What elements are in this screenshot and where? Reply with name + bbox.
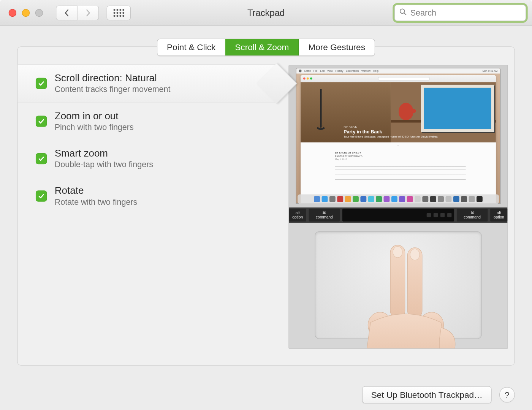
help-icon: ? [505,390,510,400]
preview-safari-window: DESIGN Party in the Back Tour the Ettore… [301,75,496,203]
tab-point-and-click[interactable]: Point & Click [157,39,225,55]
help-button[interactable]: ? [499,387,515,403]
umbrella-icon [314,89,328,136]
forward-button[interactable] [78,5,99,20]
dock-app-icon [438,196,444,202]
dock-app-icon [345,196,351,202]
option-text: Rotate Rotate with two fingers [55,185,138,207]
nav-buttons [56,5,99,20]
preview-keyboard: alt option ⌘ command ⌘ [289,207,508,223]
dock-app-icon [314,196,320,202]
option-subtitle: Double-tap with two fingers [55,160,153,169]
zoom-window-button[interactable] [35,9,43,16]
apple-menu-icon [299,70,302,72]
tv-icon [421,85,494,132]
check-icon [38,80,45,87]
search-icon [399,8,407,17]
checkbox-rotate[interactable] [36,190,47,201]
key-option-right: alt option [490,209,507,222]
svg-point-4 [393,247,402,258]
preview-dock [298,195,499,204]
option-text: Zoom in or out Pinch with two fingers [55,110,134,132]
preview-url-bar [378,77,429,80]
preview-article: BY SPENCER BAILEY PHOTOS BY JUSTIN FANTL… [301,147,496,181]
dock-app-icon [376,196,382,202]
preview-touchbar [342,209,454,222]
dock-app-icon [337,196,343,202]
show-all-preferences-button[interactable] [107,5,131,20]
svg-point-5 [410,249,420,260]
close-window-button[interactable] [9,9,16,16]
preview-hero: DESIGN Party in the Back Tour the Ettore… [301,82,496,142]
menubar-status: Mon 9:41 AM [482,70,497,72]
menubar-item: Safari [304,70,311,72]
dock-app-icon [399,196,405,202]
footer: Set Up Bluetooth Trackpad… ? [0,380,532,410]
dock-app-icon [322,196,328,202]
vase-icon [399,103,413,120]
preview-trackpad-area [289,223,508,348]
setup-bluetooth-trackpad-button[interactable]: Set Up Bluetooth Trackpad… [362,386,492,403]
dock-app-icon [430,196,436,202]
search-input[interactable]: Search [394,5,526,21]
content: Point & Click Scroll & Zoom More Gesture… [0,26,532,380]
checkbox-zoom-in-out[interactable] [36,116,47,127]
menubar-item: Bookmarks [346,70,359,72]
dock-app-icon [461,196,467,202]
option-text: Scroll direction: Natural Content tracks… [55,72,171,94]
chevron-left-icon [64,9,70,16]
back-button[interactable] [56,5,78,20]
window: Trackpad Search Point & Click Scroll & Z… [0,0,532,410]
titlebar: Trackpad Search [0,0,532,26]
option-smart-zoom[interactable]: Smart zoom Double-tap with two fingers [26,140,276,177]
preview-screen: Safari File Edit View History Bookmarks … [296,68,501,204]
window-traffic-lights [9,9,43,16]
check-icon [38,155,45,162]
dock-app-icon [391,196,397,202]
preview-byline: BY SPENCER BAILEY [335,151,466,154]
preview-hero-title: Party in the Back [344,129,483,135]
dock-app-icon [469,196,475,202]
tab-more-gestures[interactable]: More Gestures [299,39,374,55]
option-scroll-direction[interactable]: Scroll direction: Natural Content tracks… [17,64,276,103]
hand-icon [349,241,461,349]
key-option-left: alt option [289,209,306,222]
menubar-item: Help [373,70,378,72]
checkbox-smart-zoom[interactable] [36,153,47,164]
option-title: Rotate [55,185,138,197]
svg-line-1 [404,13,406,14]
search-placeholder: Search [410,8,436,17]
tab-scroll-and-zoom[interactable]: Scroll & Zoom [225,39,299,55]
check-icon [38,118,45,125]
option-subtitle: Rotate with two fingers [55,197,138,207]
settings-panel: Scroll direction: Natural Content tracks… [17,46,515,366]
preview-date: May 1, 2017 [335,158,466,161]
option-subtitle: Pinch with two fingers [55,123,134,132]
grid-icon [113,9,124,16]
option-title: Scroll direction: Natural [55,72,171,84]
dock-app-icon [415,196,421,202]
option-rotate[interactable]: Rotate Rotate with two fingers [26,177,276,214]
dock-app-icon [477,196,483,202]
menubar-item: Window [361,70,370,72]
preview-credit: PHOTOS BY JUSTIN FANTL [335,155,466,158]
option-zoom-in-out[interactable]: Zoom in or out Pinch with two fingers [26,102,276,139]
preview-hero-sub: Tour the Ettore Sottsass-designed home o… [344,135,483,138]
key-command-right: ⌘ command [457,209,488,222]
menubar-item: Edit [320,70,325,72]
dock-app-icon [368,196,374,202]
check-icon [38,192,45,199]
menubar-item: View [327,70,333,72]
dock-app-icon [353,196,359,202]
dock-app-icon [422,196,428,202]
dock-app-icon [446,196,452,202]
dock-app-icon [360,196,366,202]
minimize-window-button[interactable] [22,9,30,16]
option-title: Zoom in or out [55,110,134,122]
gesture-preview: Safari File Edit View History Bookmarks … [288,65,508,349]
options-list: Scroll direction: Natural Content tracks… [26,64,276,215]
preview-hero-kicker: DESIGN [344,125,483,128]
checkbox-scroll-direction[interactable] [36,78,47,89]
dock-app-icon [329,196,336,202]
option-text: Smart zoom Double-tap with two fingers [55,147,153,169]
